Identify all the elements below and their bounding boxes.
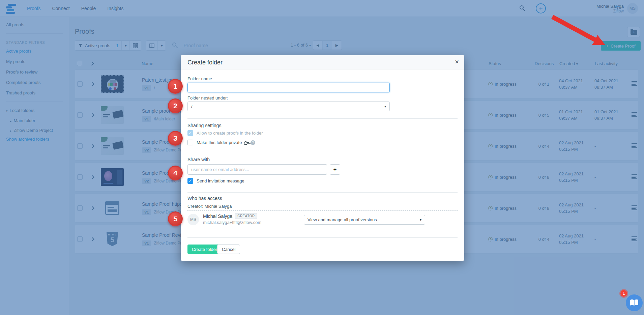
folder-name-label: Folder name <box>187 76 212 81</box>
send-invitation-row: ✓ Send invitation message <box>187 178 244 184</box>
cancel-button[interactable]: Cancel <box>217 245 240 254</box>
make-private-row: Make this folder private? <box>187 140 255 145</box>
member-avatar: MS <box>187 214 199 225</box>
create-folder-submit-button[interactable]: Create folder <box>187 245 222 254</box>
help-notification-badge: 1 <box>619 289 628 298</box>
modal-title: Create folder <box>187 59 223 66</box>
send-invitation-checkbox[interactable]: ✓ <box>187 178 193 184</box>
add-recipient-button[interactable]: + <box>330 164 340 175</box>
section-divider <box>187 192 458 193</box>
who-has-access-heading: Who has access <box>187 196 222 201</box>
make-private-label: Make this folder private? <box>197 140 255 145</box>
dotted-divider <box>187 210 458 211</box>
caret-down-icon: ▾ <box>420 218 421 222</box>
allow-create-proofs-label: Allow to create proofs in the folder <box>197 131 263 136</box>
member-name: Michał Sałyga <box>203 213 232 219</box>
allow-create-proofs-checkbox[interactable]: ✓ <box>187 130 193 136</box>
caret-down-icon: ▾ <box>384 105 386 108</box>
annotation-badge-1: 1 <box>168 79 183 94</box>
member-email: michal.salyga+ffff@ziflow.com <box>203 220 261 225</box>
make-private-checkbox[interactable] <box>187 140 193 145</box>
allow-create-proofs-row: ✓ Allow to create proofs in the folder <box>187 130 263 136</box>
section-divider <box>187 237 458 238</box>
help-widget-button[interactable] <box>626 294 643 311</box>
permission-value: View and manage all proof versions <box>308 217 377 222</box>
creator-badge: CREATOR <box>235 213 257 219</box>
open-book-icon <box>630 299 639 307</box>
creator-line: Creator: Michał Sałyga <box>187 204 232 209</box>
modal-header: Create folder × <box>181 55 464 69</box>
share-with-input[interactable] <box>187 164 327 175</box>
close-icon[interactable]: × <box>455 58 459 66</box>
section-divider <box>187 118 458 119</box>
key-icon <box>244 141 249 144</box>
annotation-badge-2: 2 <box>168 98 183 113</box>
annotation-badge-5: 5 <box>168 211 183 226</box>
share-with-heading: Share with <box>187 157 210 162</box>
create-folder-modal: Create folder × Folder name Folder neste… <box>181 55 464 261</box>
section-divider <box>187 153 458 153</box>
help-circle-icon[interactable]: ? <box>251 140 255 145</box>
member-name-row: Michał Sałyga CREATOR <box>203 213 257 219</box>
folder-nested-label: Folder nested under: <box>187 95 228 101</box>
sharing-settings-heading: Sharing settings <box>187 123 221 128</box>
annotation-badge-3: 3 <box>168 131 183 146</box>
send-invitation-label: Send invitation message <box>197 178 244 183</box>
selected-folder-value: / <box>191 104 193 109</box>
folder-nested-select[interactable]: / ▾ <box>187 102 390 111</box>
permission-select[interactable]: View and manage all proof versions ▾ <box>304 215 425 225</box>
folder-name-input[interactable] <box>187 83 390 92</box>
annotation-badge-4: 4 <box>168 166 183 180</box>
